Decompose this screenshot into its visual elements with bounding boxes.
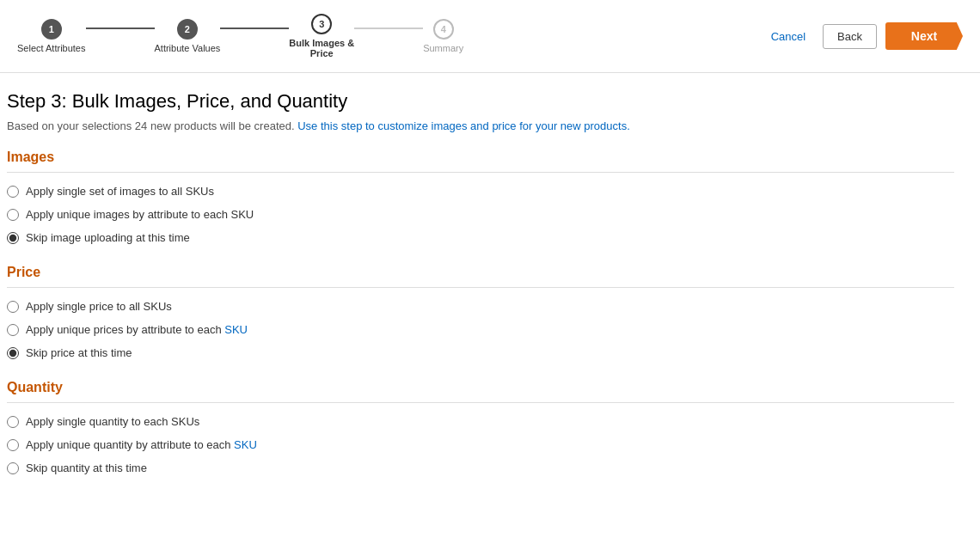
price-section-title: Price [7, 265, 954, 280]
quantity-label-skip[interactable]: Skip quantity at this time [26, 461, 147, 474]
subtitle-link: Use this step to customize images and pr… [297, 119, 630, 132]
images-divider [7, 172, 954, 173]
quantity-option-unique: Apply unique quantity by attribute to ea… [7, 438, 954, 451]
step-3-circle: 3 [311, 14, 332, 34]
quantity-radio-unique[interactable] [7, 439, 19, 451]
images-section: Images Apply single set of images to all… [7, 150, 954, 244]
images-radio-skip[interactable] [7, 232, 19, 244]
price-label-skip[interactable]: Skip price at this time [26, 346, 132, 359]
header: 1 Select Attributes 2 Attribute Values 3… [0, 0, 980, 73]
quantity-divider [7, 402, 954, 403]
price-radio-unique[interactable] [7, 324, 19, 336]
price-section: Price Apply single price to all SKUs App… [7, 265, 954, 359]
connector-3-4 [354, 28, 423, 29]
step-2-label: Attribute Values [155, 43, 221, 53]
step-3: 3 Bulk Images &Price [289, 14, 354, 58]
price-radio-single[interactable] [7, 301, 19, 313]
price-label-unique[interactable]: Apply unique prices by attribute to each… [26, 323, 248, 336]
price-label-single[interactable]: Apply single price to all SKUs [26, 300, 172, 313]
quantity-radio-skip[interactable] [7, 462, 19, 474]
step-1-label: Select Attributes [17, 43, 86, 53]
price-option-unique: Apply unique prices by attribute to each… [7, 323, 954, 336]
quantity-option-skip: Skip quantity at this time [7, 461, 954, 474]
price-divider [7, 287, 954, 288]
page-title: Step 3: Bulk Images, Price, and Quantity [7, 90, 954, 113]
price-label-unique-prefix: Apply unique prices by attribute to each [26, 323, 224, 336]
images-label-skip[interactable]: Skip image uploading at this time [26, 231, 190, 244]
next-button[interactable]: Next [885, 22, 963, 50]
connector-1-2 [86, 28, 155, 29]
images-option-unique: Apply unique images by attribute to each… [7, 208, 954, 221]
page-subtitle: Based on your selections 24 new products… [7, 119, 954, 132]
step-4-circle: 4 [433, 19, 454, 40]
connector-2-3 [220, 28, 289, 29]
images-option-skip: Skip image uploading at this time [7, 231, 954, 244]
back-button[interactable]: Back [823, 24, 877, 49]
quantity-label-single[interactable]: Apply single quantity to each SKUs [26, 415, 199, 428]
header-actions: Cancel Back Next [763, 22, 963, 50]
images-label-unique[interactable]: Apply unique images by attribute to each… [26, 208, 254, 221]
quantity-section-title: Quantity [7, 380, 954, 395]
step-1-circle: 1 [41, 19, 62, 40]
price-option-skip: Skip price at this time [7, 346, 954, 359]
step-4: 4 Summary [423, 19, 463, 53]
price-radio-skip[interactable] [7, 347, 19, 359]
subtitle-text: Based on your selections 24 new products… [7, 119, 295, 132]
images-label-single[interactable]: Apply single set of images to all SKUs [26, 185, 214, 198]
step-4-label: Summary [423, 43, 463, 53]
quantity-radio-single[interactable] [7, 416, 19, 428]
quantity-section: Quantity Apply single quantity to each S… [7, 380, 954, 474]
main-content: Step 3: Bulk Images, Price, and Quantity… [0, 73, 971, 512]
images-radio-unique[interactable] [7, 209, 19, 221]
step-3-label: Bulk Images &Price [289, 38, 354, 58]
step-1: 1 Select Attributes [17, 19, 86, 53]
price-label-unique-link: SKU [224, 323, 248, 336]
step-2-circle: 2 [177, 19, 198, 40]
qty-label-unique-link: SKU [234, 438, 257, 451]
quantity-label-unique[interactable]: Apply unique quantity by attribute to ea… [26, 438, 257, 451]
images-option-single: Apply single set of images to all SKUs [7, 185, 954, 198]
qty-label-unique-prefix: Apply unique quantity by attribute to ea… [26, 438, 234, 451]
step-2: 2 Attribute Values [155, 19, 221, 53]
stepper: 1 Select Attributes 2 Attribute Values 3… [17, 14, 463, 58]
quantity-option-single: Apply single quantity to each SKUs [7, 415, 954, 428]
price-option-single: Apply single price to all SKUs [7, 300, 954, 313]
images-section-title: Images [7, 150, 954, 165]
images-radio-single[interactable] [7, 186, 19, 198]
cancel-button[interactable]: Cancel [763, 25, 814, 48]
